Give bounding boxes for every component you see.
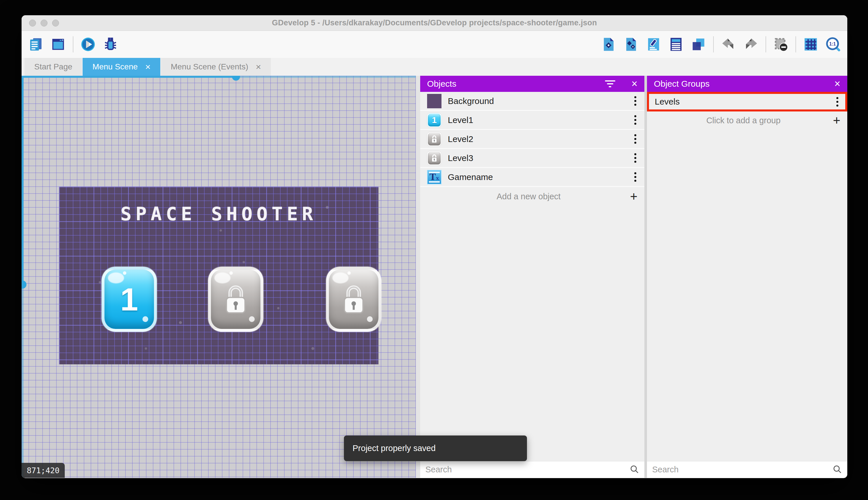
add-new-object-row[interactable]: Add a new object + xyxy=(420,187,644,206)
object-menu-icon[interactable] xyxy=(633,152,637,164)
toolbar-divider xyxy=(796,36,796,53)
objects-editor-icon[interactable] xyxy=(601,37,617,52)
toolbar-divider xyxy=(765,36,766,53)
tab-label: Menu Scene xyxy=(92,62,138,71)
game-window-border-left xyxy=(22,76,24,285)
scene-editor-window-icon[interactable] xyxy=(50,37,66,52)
filter-icon[interactable] xyxy=(605,80,615,87)
button-shine xyxy=(332,272,349,283)
minimize-window-button[interactable] xyxy=(40,20,47,26)
group-row-levels[interactable]: Levels xyxy=(647,92,847,112)
project-manager-icon[interactable] xyxy=(28,37,44,52)
tab-label: Start Page xyxy=(34,62,72,71)
button-shine xyxy=(214,272,231,283)
save-toast-message: Project properly saved xyxy=(353,444,436,453)
scene-canvas[interactable]: SPACE SHOOTER 1 xyxy=(22,76,420,478)
main-toolbar: 1:1 xyxy=(22,31,847,58)
object-name: Level2 xyxy=(448,134,633,144)
redo-icon[interactable] xyxy=(743,37,759,52)
groups-panel-empty-area xyxy=(647,129,847,461)
button-highlight-dot xyxy=(230,271,233,275)
locked-button-thumbnail xyxy=(427,151,442,165)
close-icon[interactable]: × xyxy=(834,79,840,89)
objects-search-bar xyxy=(420,461,644,478)
object-row-level1[interactable]: 1 Level1 xyxy=(420,111,644,130)
properties-icon[interactable] xyxy=(646,37,661,52)
object-menu-icon[interactable] xyxy=(633,114,637,126)
game-window-border-left-extension xyxy=(22,285,24,478)
toolbar-right-group: 1:1 xyxy=(601,36,841,53)
level3-button-instance[interactable] xyxy=(326,267,381,332)
zoom-window-button[interactable] xyxy=(52,20,59,26)
button-highlight-dot xyxy=(142,316,148,322)
level1-button-instance[interactable]: 1 xyxy=(102,267,157,332)
window-border-handle-left[interactable] xyxy=(22,281,26,288)
button-highlight-dot xyxy=(123,271,126,275)
object-menu-icon[interactable] xyxy=(633,171,637,183)
tab-start-page[interactable]: Start Page xyxy=(24,58,82,76)
groups-search-bar xyxy=(647,461,847,478)
traffic-lights xyxy=(29,15,59,31)
instances-list-icon[interactable] xyxy=(668,37,684,52)
add-group-row[interactable]: Click to add a group + xyxy=(647,112,847,129)
object-menu-icon[interactable] xyxy=(633,95,637,107)
object-row-level3[interactable]: Level3 xyxy=(420,149,644,168)
object-name: Level1 xyxy=(448,115,633,125)
object-groups-editor-icon[interactable] xyxy=(623,37,639,52)
level1-button-thumbnail: 1 xyxy=(427,113,442,127)
search-icon xyxy=(832,464,842,475)
button-highlight-dot xyxy=(367,316,373,322)
deselect-instances-icon[interactable] xyxy=(773,37,788,52)
editor-tab-bar: Start Page Menu Scene × Menu Scene (Even… xyxy=(22,58,847,76)
object-groups-panel: Object Groups × Levels Click to add a gr… xyxy=(647,76,847,478)
tab-close-icon[interactable]: × xyxy=(256,62,261,71)
groups-search-input[interactable] xyxy=(652,465,832,474)
scene-game-title[interactable]: SPACE SHOOTER xyxy=(59,203,378,225)
layers-icon[interactable] xyxy=(691,37,706,52)
canvas-scrollbar-track[interactable] xyxy=(416,76,420,478)
window-title: GDevelop 5 - /Users/dkarakay/Documents/G… xyxy=(272,19,597,27)
tab-menu-scene-events[interactable]: Menu Scene (Events) × xyxy=(161,58,271,76)
button-highlight-dot xyxy=(348,271,351,275)
background-thumbnail xyxy=(427,94,442,108)
toggle-grid-icon[interactable] xyxy=(803,37,819,52)
close-icon[interactable]: × xyxy=(631,79,637,89)
object-row-background[interactable]: Background xyxy=(420,92,644,111)
svg-text:1:1: 1:1 xyxy=(829,42,836,46)
object-row-gamename[interactable]: Tx Gamename xyxy=(420,168,644,187)
panel-divider[interactable] xyxy=(644,76,647,478)
cursor-coordinates-badge: 871;420 xyxy=(22,463,65,478)
tab-close-icon[interactable]: × xyxy=(145,62,151,71)
objects-search-input[interactable] xyxy=(425,465,630,474)
game-window-border-top xyxy=(22,76,236,78)
tab-menu-scene[interactable]: Menu Scene × xyxy=(83,58,160,76)
title-bar: GDevelop 5 - /Users/dkarakay/Documents/G… xyxy=(22,15,847,31)
locked-button-thumbnail xyxy=(427,132,442,146)
close-window-button[interactable] xyxy=(29,20,36,26)
add-new-object-label: Add a new object xyxy=(427,192,630,201)
preview-play-icon[interactable] xyxy=(80,37,96,52)
screenshot-stage: GDevelop 5 - /Users/dkarakay/Documents/G… xyxy=(0,0,868,500)
objects-panel-title: Objects xyxy=(427,79,605,89)
object-menu-icon[interactable] xyxy=(633,133,637,145)
object-name: Gamename xyxy=(448,172,633,182)
tab-label: Menu Scene (Events) xyxy=(171,62,248,71)
level1-number: 1 xyxy=(120,281,138,318)
undo-icon[interactable] xyxy=(721,37,736,52)
button-shine xyxy=(108,272,124,283)
add-group-label: Click to add a group xyxy=(654,116,833,125)
toolbar-left-group xyxy=(28,36,118,53)
window-border-handle-top[interactable] xyxy=(232,76,240,81)
group-menu-icon[interactable] xyxy=(835,96,840,108)
plus-icon[interactable]: + xyxy=(833,114,840,127)
zoom-1-1-icon[interactable]: 1:1 xyxy=(825,37,841,52)
scene-background-instance[interactable]: SPACE SHOOTER 1 xyxy=(59,186,378,364)
object-row-level2[interactable]: Level2 xyxy=(420,130,644,149)
scene-stars xyxy=(59,186,60,188)
game-window-border-top-extension xyxy=(236,76,416,78)
level2-button-instance[interactable] xyxy=(208,267,263,332)
debug-icon[interactable] xyxy=(103,37,118,52)
plus-icon[interactable]: + xyxy=(630,190,637,203)
editor-content: SPACE SHOOTER 1 xyxy=(22,76,847,478)
object-name: Background xyxy=(448,96,633,106)
